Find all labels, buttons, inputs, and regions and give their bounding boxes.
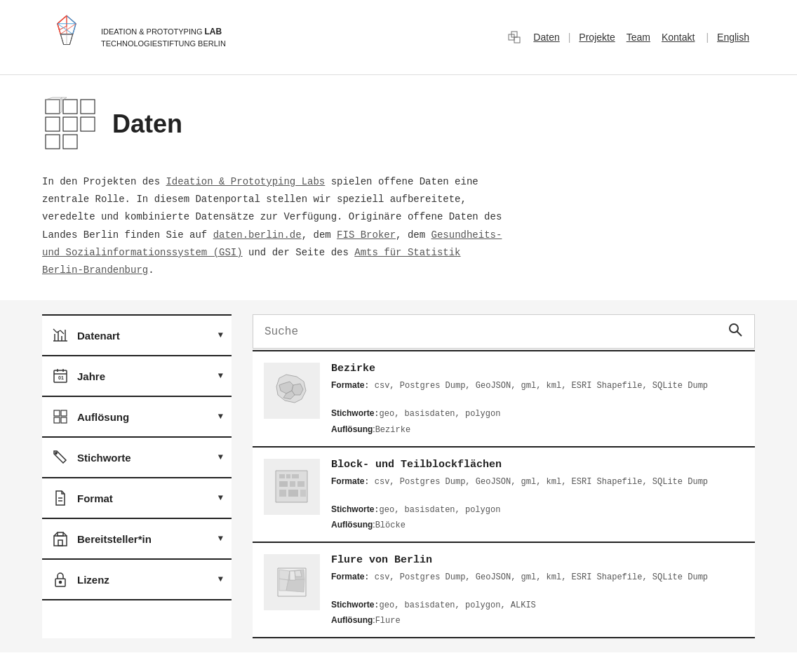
search-button[interactable] (716, 315, 754, 348)
card-block-title: Block- und Teilblockflächen (331, 459, 744, 471)
svg-rect-18 (46, 100, 60, 114)
filter-jahre[interactable]: 01 Jahre ▼ (42, 355, 232, 396)
filter-datenart-label: Datenart (77, 330, 120, 342)
nav-team[interactable]: Team (627, 32, 650, 43)
svg-rect-65 (300, 490, 306, 497)
svg-rect-22 (63, 117, 77, 131)
nav-kontakt[interactable]: Kontakt (662, 32, 695, 43)
svg-rect-24 (46, 135, 60, 149)
card-bezirke-formate: csv, Postgres Dump, GeoJSON, gml, kml, E… (375, 381, 708, 391)
stichworte-icon (51, 448, 70, 467)
svg-text:01: 01 (58, 375, 64, 380)
fis-broker-link[interactable]: FIS Broker (337, 229, 396, 241)
card-block-aufloesung: Blöcke (375, 520, 406, 530)
filter-stichworte[interactable]: Stichworte ▼ (42, 436, 232, 477)
card-block[interactable]: Block- und Teilblockflächen Formate: csv… (253, 446, 755, 542)
filter-format[interactable]: Format ▼ (42, 477, 232, 518)
stichworte-arrow: ▼ (218, 452, 223, 462)
header: IDEATION & PROTOTYPING LAB TECHNOLOGIEST… (0, 0, 797, 75)
sidebar: Datenart ▼ 01 Jahre ▼ (42, 314, 232, 638)
card-flure-stichworte: geo, basisdaten, polygon, ALKIS (380, 600, 536, 610)
aufloesung-label-2: Auflösung (331, 615, 373, 625)
svg-rect-49 (58, 532, 63, 536)
svg-rect-57 (279, 474, 285, 478)
lizenz-arrow: ▼ (218, 574, 223, 584)
stichworte-label-2: Stichworte (331, 600, 374, 610)
card-flure-content: Flure von Berlin Formate: csv, Postgres … (331, 554, 744, 626)
svg-line-33 (53, 329, 57, 332)
card-block-stichworte: geo, basisdaten, polygon (380, 505, 501, 515)
ideation-lab-link[interactable]: Ideation & Prototyping Labs (166, 176, 325, 187)
svg-rect-64 (288, 490, 298, 497)
filter-format-label: Format (77, 492, 113, 504)
svg-rect-44 (61, 417, 67, 423)
search-input[interactable] (253, 317, 716, 347)
card-block-image (264, 459, 320, 515)
daten-berlin-link[interactable]: daten.berlin.de (213, 229, 302, 241)
nav-daten[interactable]: Daten (533, 32, 559, 43)
main-nav: Daten | Projekte Team Kontakt | English (528, 32, 755, 43)
filter-aufloesung[interactable]: Auflösung ▼ (42, 396, 232, 436)
card-bezirke-aufloesung: Bezirke (375, 425, 410, 435)
svg-line-13 (69, 34, 72, 45)
svg-rect-23 (81, 117, 95, 131)
svg-rect-48 (54, 536, 67, 546)
hero-icon (42, 96, 98, 152)
svg-rect-52 (58, 540, 62, 546)
card-bezirke-stichworte: geo, basisdaten, polygon (380, 409, 501, 419)
svg-rect-25 (63, 135, 77, 149)
svg-line-12 (60, 34, 63, 45)
aufloesung-icon (51, 407, 70, 426)
lizenz-icon (51, 570, 70, 589)
svg-point-45 (55, 452, 57, 454)
filter-bereitsteller-label: Bereitsteller*in (77, 533, 152, 545)
svg-rect-59 (292, 474, 299, 478)
results-area: Bezirke Formate: csv, Postgres Dump, Geo… (253, 314, 755, 638)
svg-line-2 (67, 15, 76, 23)
datenart-icon (51, 325, 70, 345)
format-arrow: ▼ (218, 493, 223, 503)
datenart-arrow: ▼ (218, 330, 223, 340)
svg-rect-62 (297, 481, 304, 487)
card-flure-formate: csv, Postgres Dump, GeoJSON, gml, kml, E… (375, 572, 708, 582)
svg-rect-41 (54, 410, 60, 416)
filter-datenart[interactable]: Datenart ▼ (42, 314, 232, 355)
card-flure-aufloesung: Flure (375, 616, 401, 626)
search-bar (253, 314, 755, 349)
filter-lizenz[interactable]: Lizenz ▼ (42, 558, 232, 600)
stichworte-label: Stichworte (331, 408, 374, 418)
card-flure[interactable]: Flure von Berlin Formate: csv, Postgres … (253, 542, 755, 638)
bereitsteller-icon (51, 529, 70, 549)
card-bezirke[interactable]: Bezirke Formate: csv, Postgres Dump, Geo… (253, 350, 755, 445)
card-bezirke-image (264, 363, 320, 419)
svg-point-54 (60, 582, 62, 584)
jahre-icon: 01 (51, 366, 70, 386)
format-icon (51, 488, 70, 508)
svg-rect-42 (61, 410, 67, 416)
filter-aufloesung-label: Auflösung (77, 411, 129, 423)
card-flure-image (264, 554, 320, 610)
intro-paragraph: In den Projekten des Ideation & Prototyp… (42, 173, 505, 279)
nav-cube-icon (507, 29, 522, 45)
aufloesung-label-0: Auflösung (331, 424, 373, 434)
logo-icon (42, 13, 91, 62)
svg-line-3 (58, 15, 67, 23)
formate-label-1: Formate (331, 476, 364, 486)
card-block-formate: csv, Postgres Dump, GeoJSON, gml, kml, E… (375, 477, 708, 487)
page-title: Daten (112, 109, 182, 139)
filter-bereitsteller[interactable]: Bereitsteller*in ▼ (42, 518, 232, 558)
aufloesung-label-1: Auflösung (331, 520, 373, 530)
card-bezirke-content: Bezirke Formate: csv, Postgres Dump, Geo… (331, 363, 744, 434)
card-flure-title: Flure von Berlin (331, 554, 744, 566)
svg-line-35 (60, 330, 64, 334)
svg-rect-60 (279, 481, 288, 487)
card-bezirke-title: Bezirke (331, 363, 744, 375)
nav-projekte[interactable]: Projekte (579, 32, 615, 43)
main-content: Datenart ▼ 01 Jahre ▼ (0, 300, 797, 652)
svg-point-55 (730, 324, 738, 332)
jahre-arrow: ▼ (218, 371, 223, 381)
aufloesung-arrow: ▼ (218, 412, 223, 422)
svg-rect-20 (81, 100, 95, 114)
nav-english[interactable]: English (717, 32, 749, 43)
logo-text: IDEATION & PROTOTYPING LAB TECHNOLOGIEST… (101, 25, 226, 50)
